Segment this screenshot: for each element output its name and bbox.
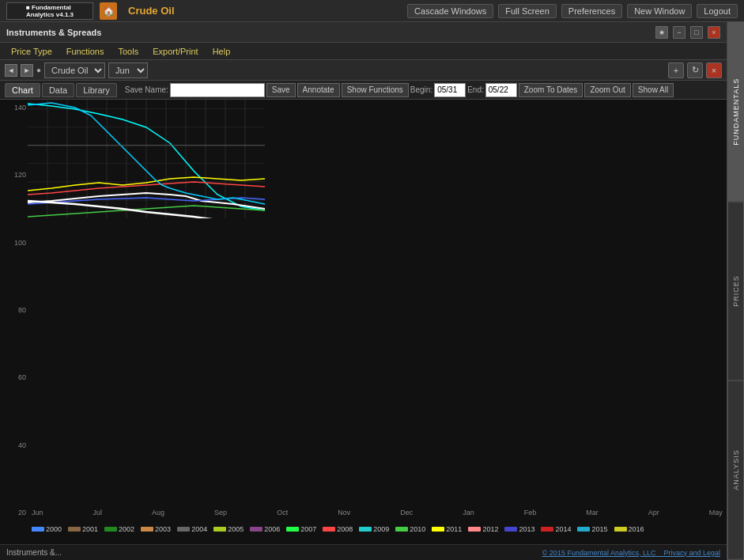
cascade-windows-button[interactable]: Cascade Windows [407, 4, 493, 18]
logout-button[interactable]: Logout [697, 4, 738, 18]
end-label: End: [467, 85, 484, 94]
menu-functions[interactable]: Functions [60, 45, 111, 58]
sidebar-tab-prices[interactable]: PRICES [727, 202, 744, 381]
x-label-feb: Feb [524, 509, 537, 516]
new-window-button[interactable]: New Window [627, 4, 692, 18]
x-label-dec: Dec [400, 509, 413, 516]
window-title: Crude Oil [128, 5, 402, 17]
menu-tools[interactable]: Tools [111, 45, 145, 58]
logo-area: ■ FundamentalAnalytics v4.1.3 🏠 [6, 2, 117, 20]
next-instrument-button[interactable]: ► [21, 64, 33, 77]
menu-help[interactable]: Help [206, 45, 237, 58]
instrument-select[interactable]: Crude Oil [44, 62, 105, 78]
top-navigation: ■ FundamentalAnalytics v4.1.3 🏠 Crude Oi… [0, 0, 744, 22]
sidebar-tab-analysis[interactable]: ANALYSIS [727, 380, 744, 560]
tab-data[interactable]: Data [42, 83, 74, 97]
legend-2002: 2002 [104, 525, 134, 533]
instruments-header: Instruments & Spreads ★ − □ × [0, 22, 727, 43]
x-label-sep: Sep [214, 509, 227, 516]
y-label-40: 40 [2, 441, 26, 449]
instruments-title: Instruments & Spreads [6, 28, 651, 37]
legend-2001: 2001 [68, 525, 98, 533]
logo: ■ FundamentalAnalytics v4.1.3 [6, 2, 93, 20]
y-label-120: 120 [2, 171, 26, 179]
toolbar: ◄ ► ● Crude Oil Jun + ↻ × [0, 60, 727, 81]
legend-2015: 2015 [577, 525, 607, 533]
legend-2006: 2006 [250, 525, 280, 533]
x-label-jan: Jan [463, 509, 474, 516]
main-window: Instruments & Spreads ★ − □ × Price Type… [0, 22, 744, 560]
star-button[interactable]: ★ [655, 26, 668, 39]
toolbar-close-button[interactable]: × [706, 62, 722, 78]
copyright-link[interactable]: © 2015 Fundamental Analytics, LLC Privac… [542, 549, 720, 557]
tab-library[interactable]: Library [76, 83, 117, 97]
maximize-button[interactable]: □ [690, 26, 703, 39]
menu-bar: Price Type Functions Tools Export/Print … [0, 43, 727, 60]
zoom-out-button[interactable]: Zoom Out [584, 83, 630, 97]
legend-2007: 2007 [286, 525, 316, 533]
sidebar-tab-fundamentals[interactable]: FUNDAMENTALS [727, 22, 744, 202]
y-axis: 140 120 100 80 60 40 20 [0, 100, 28, 520]
right-sidebar: FUNDAMENTALS PRICES ANALYSIS [727, 22, 744, 560]
save-name-label: Save Name: [125, 85, 168, 94]
legend-2016: 2016 [614, 525, 644, 533]
save-button[interactable]: Save [266, 83, 296, 97]
legend-2008: 2008 [323, 525, 353, 533]
y-label-60: 60 [2, 373, 26, 381]
y-label-100: 100 [2, 239, 26, 247]
menu-price-type[interactable]: Price Type [5, 45, 59, 58]
legend-2004: 2004 [177, 525, 207, 533]
zoom-to-dates-button[interactable]: Zoom To Dates [519, 83, 583, 97]
add-button[interactable]: + [668, 62, 684, 78]
x-label-may: May [709, 509, 723, 516]
x-label-aug: Aug [152, 509, 164, 516]
legend-2005: 2005 [213, 525, 244, 533]
refresh-button[interactable]: ↻ [687, 62, 703, 78]
annotate-button[interactable]: Annotate [297, 83, 340, 97]
x-label-mar: Mar [586, 509, 599, 516]
x-label-oct: Oct [277, 509, 288, 516]
legend-2003: 2003 [141, 525, 171, 533]
chart-svg [28, 100, 265, 218]
prev-instrument-button[interactable]: ◄ [5, 64, 17, 77]
preferences-button[interactable]: Preferences [561, 4, 622, 18]
y-label-20: 20 [2, 509, 26, 516]
instruments-status-text: Instruments &... [6, 548, 62, 557]
y-label-80: 80 [2, 306, 26, 314]
tab-chart[interactable]: Chart [5, 83, 40, 97]
legend-2012: 2012 [468, 525, 498, 533]
fullscreen-button[interactable]: Full Screen [498, 4, 557, 18]
x-label-jul: Jul [93, 509, 103, 516]
home-icon[interactable]: 🏠 [100, 2, 117, 20]
end-date-input[interactable] [485, 83, 517, 97]
chart-legend: 2000 2001 2002 2003 2004 [28, 520, 727, 538]
legend-2011: 2011 [432, 525, 462, 533]
legend-2000: 2000 [32, 525, 62, 533]
save-name-input[interactable] [170, 83, 265, 97]
x-label-jun: Jun [32, 509, 43, 516]
legend-2009: 2009 [359, 525, 389, 533]
x-label-nov: Nov [338, 509, 350, 516]
begin-label: Begin: [410, 85, 432, 94]
x-axis: Jun Jul Aug Sep Oct Nov Dec Jan Feb Mar … [28, 505, 727, 520]
minimize-button[interactable]: − [673, 26, 685, 39]
chart-tabs: Chart Data Library Save Name: Save Annot… [0, 81, 727, 100]
close-button[interactable]: × [708, 26, 720, 39]
month-select[interactable]: Jun [108, 62, 148, 78]
y-label-140: 140 [2, 104, 26, 112]
bullet-icon: ● [36, 66, 41, 74]
status-bar: Instruments &... © 2015 Fundamental Anal… [0, 544, 727, 560]
show-all-button[interactable]: Show All [633, 83, 674, 97]
begin-date-input[interactable] [434, 83, 466, 97]
x-label-apr: Apr [648, 509, 659, 516]
legend-2014: 2014 [541, 525, 571, 533]
legend-2010: 2010 [395, 525, 425, 533]
chart-container: 140 120 100 80 60 40 20 [0, 100, 727, 544]
legend-2013: 2013 [504, 525, 534, 533]
menu-export-print[interactable]: Export/Print [146, 45, 204, 58]
show-functions-button[interactable]: Show Functions [342, 83, 409, 97]
content-area: Instruments & Spreads ★ − □ × Price Type… [0, 22, 727, 560]
